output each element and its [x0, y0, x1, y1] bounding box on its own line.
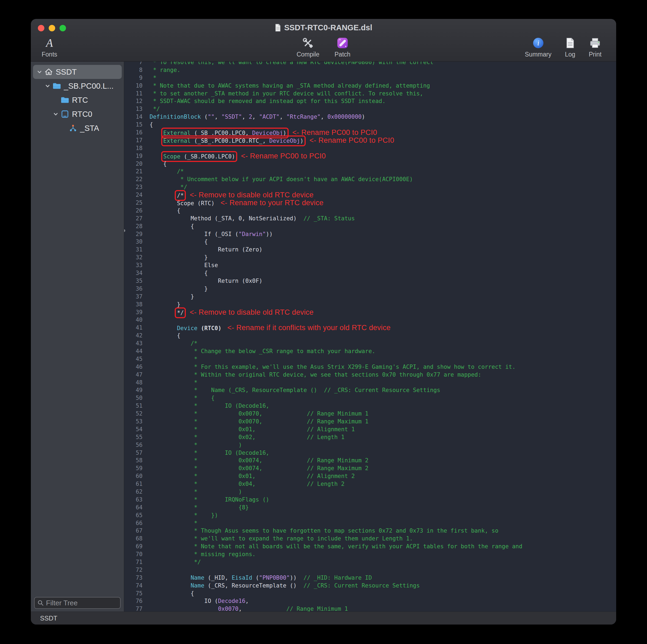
- patch-button[interactable]: Patch: [335, 36, 351, 58]
- line-number: 45: [124, 355, 146, 363]
- code-line-18: 18: [124, 144, 616, 152]
- code-line-text: * Within the original RTC device, we see…: [146, 371, 481, 379]
- code-token: // _CRS: Current Resource Settings: [303, 582, 420, 589]
- code-lines: 7 * To resolve this, we'll want to creat…: [124, 62, 616, 612]
- chevron-down-icon[interactable]: [52, 111, 60, 117]
- code-token: }: [150, 254, 208, 261]
- code-line-27: 27 Method (_STA, 0, NotSerialized) // _S…: [124, 215, 616, 223]
- code-token: "SSDT": [222, 113, 242, 120]
- code-token: *: [150, 520, 198, 527]
- code-token: }: [150, 286, 208, 292]
- line-number: 77: [124, 605, 146, 612]
- annotation-text: <- Rename PC00 to PCI0: [292, 129, 377, 137]
- main-content: SSDT_SB.PC00.L...RTCRTC0_STA 7 * To reso…: [31, 62, 616, 612]
- sidebar-item-sb-pc00-l[interactable]: _SB.PC00.L...: [33, 79, 122, 93]
- sidebar-item-rtc0[interactable]: RTC0: [33, 107, 122, 121]
- code-token: * 0x0074, // Range Minimum 2: [150, 457, 368, 464]
- code-token: (: [252, 574, 259, 581]
- print-button[interactable]: Print: [589, 36, 601, 58]
- line-number: 34: [124, 269, 146, 277]
- sidebar: SSDT_SB.PC00.L...RTCRTC0_STA: [31, 62, 124, 612]
- line-number: 68: [124, 535, 146, 543]
- code-line-text: External (_SB_.PC00.LPC0, DeviceObj)<- R…: [146, 129, 377, 137]
- code-token: ,: [238, 606, 286, 612]
- code-line-52: 52 * 0x0070, // Range Minimum 1: [124, 410, 616, 418]
- code-token: */: [150, 106, 160, 112]
- summary-button[interactable]: i Summary: [525, 36, 551, 58]
- code-line-59: 59 * 0x0074, // Range Maximum 2: [124, 465, 616, 472]
- log-button[interactable]: Log: [565, 36, 576, 58]
- line-number: 30: [124, 238, 146, 246]
- code-line-text: /*: [146, 340, 198, 347]
- code-token: {: [150, 223, 194, 230]
- code-line-21: 21 /*: [124, 168, 616, 175]
- fonts-button[interactable]: A Fonts: [42, 36, 57, 58]
- line-number: 49: [124, 386, 146, 394]
- code-token: ): [362, 113, 365, 120]
- annotation-text: <- Remove to disable old RTC device: [190, 308, 313, 316]
- code-line-32: 32 }: [124, 254, 616, 261]
- code-token: * To resolve this, we'll want to create …: [150, 62, 433, 65]
- code-token: * 0x01, // Alignment 1: [150, 426, 355, 432]
- code-token: (: [201, 113, 208, 120]
- code-token: Scope: [163, 153, 181, 160]
- code-line-56: 56 * ): [124, 441, 616, 449]
- line-number: 10: [124, 82, 146, 90]
- code-token: External: [163, 130, 191, 136]
- patch-label: Patch: [335, 51, 351, 58]
- code-token: * 0x01, // Alignment 2: [150, 473, 355, 479]
- code-token: * ): [150, 442, 242, 448]
- code-token: External: [163, 138, 191, 144]
- code-token: Name: [191, 582, 205, 589]
- code-line-26: 26 {: [124, 207, 616, 215]
- code-line-text: {: [146, 332, 181, 340]
- code-line-61: 61 * 0x04, // Length 2: [124, 480, 616, 488]
- line-number: 19: [124, 152, 146, 160]
- code-token: (RTC0): [201, 325, 222, 331]
- code-line-text: * missing regions.: [146, 551, 256, 558]
- chevron-down-icon[interactable]: [44, 83, 51, 89]
- line-number: 47: [124, 371, 146, 379]
- code-line-text: DefinitionBlock ("", "SSDT", 2, "ACDT", …: [146, 113, 365, 121]
- line-number: 11: [124, 90, 146, 98]
- sidebar-item-rtc[interactable]: RTC: [33, 93, 122, 107]
- code-token: DeviceObj: [252, 130, 283, 136]
- code-line-29: 29 If (_OSI ("Darwin")): [124, 230, 616, 238]
- line-number: 9: [124, 74, 146, 82]
- code-token: )): [266, 231, 273, 237]
- code-editor[interactable]: 7 * To resolve this, we'll want to creat…: [124, 62, 616, 612]
- sidebar-item-ssdt[interactable]: SSDT: [33, 65, 122, 79]
- fonts-icon: A: [46, 36, 53, 50]
- code-token: [150, 192, 177, 199]
- code-line-text: Scope (_SB.PC00.LPC0)<- Rename PC00 to P…: [146, 152, 326, 160]
- code-line-42: 42 {: [124, 332, 616, 340]
- code-line-20: 20 {: [124, 160, 616, 168]
- code-token: IO (: [150, 598, 218, 604]
- code-token: * Note that not all boards will be the s…: [150, 543, 522, 550]
- code-line-text: * Change the below _CSR range to match y…: [146, 347, 375, 355]
- code-token: *: [150, 379, 198, 386]
- code-line-text: * {8}: [146, 504, 249, 511]
- compile-button[interactable]: Compile: [296, 36, 319, 58]
- method-icon: [68, 124, 78, 133]
- line-number: 7: [124, 62, 146, 66]
- code-line-51: 51 * IO (Decode16,: [124, 402, 616, 410]
- code-line-text: * SSDT-AWAC should be removed and instea…: [146, 97, 385, 105]
- code-line-60: 60 * 0x01, // Alignment 2: [124, 472, 616, 480]
- code-token: {: [150, 161, 167, 167]
- code-line-text: * {: [146, 394, 214, 402]
- code-token: [150, 153, 163, 160]
- sidebar-item-sta[interactable]: _STA: [33, 121, 122, 135]
- code-token: 2: [249, 113, 253, 120]
- line-number: 48: [124, 379, 146, 387]
- chevron-down-icon[interactable]: [36, 69, 43, 75]
- code-token: * }): [150, 512, 218, 518]
- code-token: [150, 582, 191, 589]
- code-line-text: /*: [146, 168, 184, 175]
- code-line-text: * Though Asus seems to have forgotten to…: [146, 527, 499, 535]
- line-number: 53: [124, 418, 146, 425]
- line-number: 22: [124, 175, 146, 183]
- line-number: 43: [124, 340, 146, 347]
- line-number: 58: [124, 457, 146, 465]
- filter-tree-input[interactable]: [46, 599, 137, 607]
